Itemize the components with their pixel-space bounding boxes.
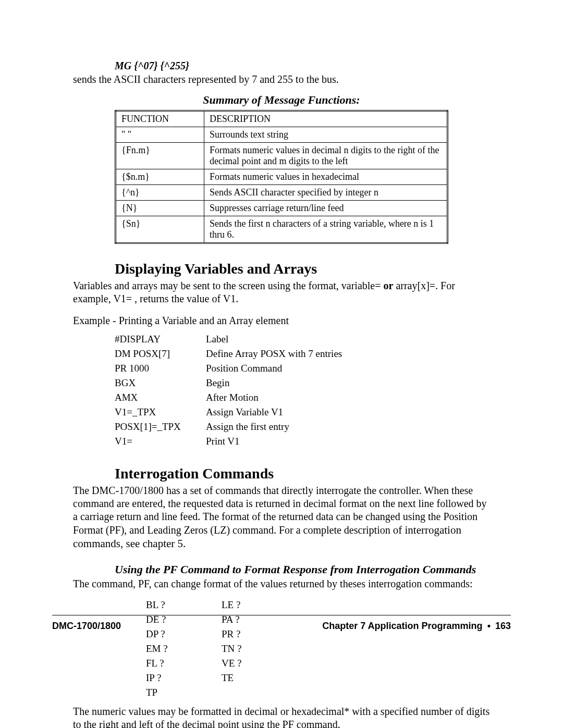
summary-title: Summary of Message Functions: [73,93,490,107]
cmd-cell: TE [222,671,242,685]
table-row: FL ?VE ? [146,656,242,671]
cell-description: Surrounds text string [204,127,448,143]
cell-function: " " [116,127,204,143]
table-row: IP ?TE [146,671,242,685]
footer-left: DMC-1700/1800 [52,621,121,632]
commands-table: BL ?LE ? DE ?PA ? DP ?PR ? EM ?TN ? FL ?… [146,598,242,700]
header-function: FUNCTION [116,111,204,127]
example-desc: Assign the first entry [206,419,342,434]
cmd-cell: IP ? [146,671,222,685]
page-footer: DMC-1700/1800 Chapter 7 Application Prog… [52,615,511,632]
table-row: {Fn.m} Formats numeric values in decimal… [116,143,448,169]
cell-description: Sends ASCII character specified by integ… [204,185,448,201]
cmd-cell: VE ? [222,656,242,671]
cell-function: {Sn} [116,216,204,243]
table-row: PR 1000Position Command [115,361,342,376]
example-desc: After Motion [206,390,342,405]
table-row: BL ?LE ? [146,598,242,612]
example-code: V1=_TPX [115,405,206,419]
table-row: " " Surrounds text string [116,127,448,143]
example-desc: Label [206,332,342,347]
cell-description: Formats numeric values in decimal n digi… [204,143,448,169]
example-code: #DISPLAY [115,332,206,347]
example-code: DM POSX[7] [115,347,206,361]
cell-function: {^n} [116,185,204,201]
cmd-cell: TN ? [222,641,242,656]
section-title-interrogation: Interrogation Commands [115,465,490,482]
table-row: {Sn} Sends the first n characters of a s… [116,216,448,243]
section-title-displaying: Displaying Variables and Arrays [115,261,490,277]
mg-explanation: sends the ASCII characters represented b… [73,73,490,86]
cmd-cell: FL ? [146,656,222,671]
example-desc: Define Array POSX with 7 entries [206,347,342,361]
cmd-cell: TP [146,685,222,700]
cmd-cell: BL ? [146,598,222,612]
text-bold-or: or [384,280,394,291]
cell-description: Suppresses carriage return/line feed [204,201,448,216]
example-heading: Example - Printing a Variable and an Arr… [73,315,490,327]
example-table: #DISPLAYLabel DM POSX[7]Define Array POS… [115,332,342,449]
cell-function: {$n.m} [116,169,204,185]
subsection-title-text: Using the PF Command to Format Response … [73,562,490,577]
function-table: FUNCTION DESCRIPTION " " Surrounds text … [115,110,448,244]
table-row: {$n.m} Formats numeric values in hexadec… [116,169,448,185]
example-desc: Print V1 [206,434,342,449]
cmd-cell: LE ? [222,598,242,612]
mg-example: MG {^07} {^255} [73,60,490,72]
header-description: DESCRIPTION [204,111,448,127]
table-row: TP [146,685,242,700]
table-row: POSX[1]=_TPXAssign the first entry [115,419,342,434]
cell-function: {N} [116,201,204,216]
footer-chapter: Chapter 7 Application Programming [322,621,482,631]
example-code: PR 1000 [115,361,206,376]
footer-page-number: 163 [495,621,511,631]
table-row: BGXBegin [115,376,342,390]
cell-function: {Fn.m} [116,143,204,169]
section-paragraph: The DMC-1700/1800 has a set of commands … [73,484,490,551]
footer-right: Chapter 7 Application Programming • 163 [322,621,511,632]
cmd-cell: EM ? [146,641,222,656]
example-code: V1= [115,434,206,449]
example-desc: Begin [206,376,342,390]
example-code: POSX[1]=_TPX [115,419,206,434]
example-desc: Position Command [206,361,342,376]
section-paragraph: Variables and arrays may be sent to the … [73,279,490,305]
table-row: #DISPLAYLabel [115,332,342,347]
table-row: AMXAfter Motion [115,390,342,405]
after-commands-paragraph: The numeric values may be formatted in d… [73,705,490,728]
cell-description: Sends the first n characters of a string… [204,216,448,243]
table-row: V1=Print V1 [115,434,342,449]
subsection-title: Using the PF Command to Format Response … [115,562,490,577]
cell-description: Formats numeric values in hexadecimal [204,169,448,185]
table-row: V1=_TPXAssign Variable V1 [115,405,342,419]
text-segment: Variables and arrays may be sent to the … [73,280,384,291]
table-row: {^n} Sends ASCII character specified by … [116,185,448,201]
example-code: BGX [115,376,206,390]
example-desc: Assign Variable V1 [206,405,342,419]
subsection-paragraph: The command, PF, can change format of th… [73,577,490,590]
example-code: AMX [115,390,206,405]
table-header-row: FUNCTION DESCRIPTION [116,111,448,127]
table-row: EM ?TN ? [146,641,242,656]
footer-bullet-icon: • [485,621,493,631]
cmd-cell [222,685,242,700]
table-row: DM POSX[7]Define Array POSX with 7 entri… [115,347,342,361]
table-row: {N} Suppresses carriage return/line feed [116,201,448,216]
